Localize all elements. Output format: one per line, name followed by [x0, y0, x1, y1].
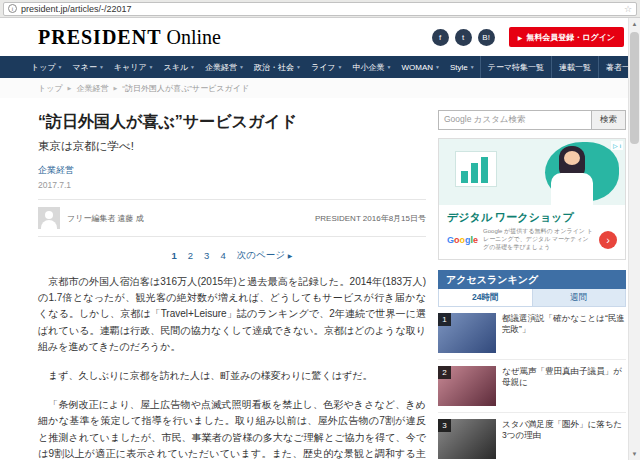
- article-category-link[interactable]: 企業経営: [38, 164, 426, 177]
- signup-login-label: 無料会員登録・ログイン: [526, 32, 615, 43]
- chevron-right-icon: ▶: [113, 85, 117, 91]
- ad-banner[interactable]: ▷ i デジタル ワークショップ Google Google が提供する無料の …: [438, 138, 626, 260]
- rank-badge: 3: [438, 419, 451, 432]
- article-source: PRESIDENT 2016年8月15日号: [315, 213, 426, 224]
- scrollbar-thumb[interactable]: [630, 32, 639, 144]
- nav-item-sme[interactable]: 中小企業▼: [347, 56, 396, 78]
- scroll-up-icon[interactable]: ▲: [629, 18, 640, 30]
- author-name[interactable]: 遠藤 成: [118, 213, 144, 224]
- url-text: president.jp/articles/-/22017: [21, 4, 132, 14]
- ranking-tabs: 24時間 週間: [438, 289, 626, 307]
- nav-label: マネー: [73, 62, 97, 73]
- chevron-right-icon: ▶: [288, 252, 293, 259]
- chevron-down-icon: ▼: [149, 64, 154, 70]
- nav-item-skill[interactable]: スキル▼: [159, 56, 201, 78]
- breadcrumb-item-category[interactable]: 企業経営: [76, 83, 108, 94]
- nav-label: 連載一覧: [559, 62, 591, 73]
- scrollbar[interactable]: ▲ ▼: [628, 18, 640, 460]
- hatena-icon[interactable]: B!: [478, 29, 495, 46]
- next-page-link[interactable]: 次のページ ▶: [237, 249, 293, 262]
- article-paragraph: 「条例改正により、屋上広告物や点滅式照明看板を禁止し、色彩やきさなど、きめ細かな…: [38, 397, 426, 460]
- ranking-item-3[interactable]: 3 スタバ満足度「圏外」に落ちた3つの理由: [438, 413, 626, 460]
- ad-body-text: Google が提供する無料の オンライン トレーニングで、デジタル マーケティ…: [483, 228, 594, 251]
- nav-label: Style: [450, 63, 468, 72]
- nav-item-woman[interactable]: WOMAN▼: [396, 56, 445, 78]
- nav-item-management[interactable]: 企業経営▼: [200, 56, 249, 78]
- search-input[interactable]: Google カスタム検索: [439, 111, 591, 129]
- nav-item-series-list[interactable]: 連載一覧: [551, 56, 598, 78]
- url-bar[interactable]: i president.jp/articles/-/22017 ☆: [3, 2, 637, 16]
- nav-item-money[interactable]: マネー▼: [68, 56, 109, 78]
- chevron-down-icon: ▼: [470, 64, 475, 70]
- article-body: 京都市の外国人宿泊客は316万人(2015年)と過去最高を記録した。2014年(…: [38, 274, 426, 460]
- page-number-3[interactable]: 3: [204, 250, 209, 261]
- nav-label: キャリア: [114, 62, 147, 73]
- nav-label: テーマ特集一覧: [488, 62, 544, 73]
- breadcrumb: トップ ▶ 企業経営 ▶ “訪日外国人が喜ぶ”サービスガイド: [0, 78, 640, 98]
- main-nav: トップ▼ マネー▼ キャリア▼ スキル▼ 企業経営▼ 政治・社会▼ ライフ▼ 中…: [0, 56, 640, 78]
- ranking-list: 1 都議選演説「確かなことは“民進完敗”」 2 なぜ罵声「豊田真由子議員」が母親…: [438, 307, 626, 460]
- search-button[interactable]: 検索: [591, 111, 625, 129]
- chevron-down-icon: ▼: [58, 64, 63, 70]
- nav-item-politics[interactable]: 政治・社会▼: [249, 56, 306, 78]
- breadcrumb-item-top[interactable]: トップ: [38, 83, 63, 94]
- ad-title[interactable]: デジタル ワークショップ: [439, 205, 625, 228]
- page-content: “訪日外国人が喜ぶ”サービスガイド 東京は京都に学べ! 企業経営 2017.7.…: [0, 98, 640, 460]
- page-number-4[interactable]: 4: [220, 250, 225, 261]
- scroll-down-icon[interactable]: ▼: [629, 448, 640, 460]
- ad-footer: Google Google が提供する無料の オンライン トレーニングで、デジタ…: [439, 228, 625, 251]
- chevron-down-icon: ▼: [99, 64, 104, 70]
- twitter-icon[interactable]: t: [455, 29, 472, 46]
- author-avatar: [38, 207, 60, 229]
- article-date: 2017.7.1: [38, 180, 426, 190]
- chevron-down-icon: ▼: [190, 64, 195, 70]
- nav-item-career[interactable]: キャリア▼: [109, 56, 159, 78]
- page-number-2[interactable]: 2: [188, 250, 193, 261]
- page-title: “訪日外国人が喜ぶ”サービスガイド: [38, 112, 426, 133]
- chevron-down-icon: ▼: [338, 64, 343, 70]
- custom-search-box: Google カスタム検索 検索: [438, 110, 626, 130]
- nav-item-life[interactable]: ライフ▼: [306, 56, 348, 78]
- adchoices-triangle-icon: ▷: [613, 142, 618, 149]
- chevron-down-icon: ▼: [239, 64, 244, 70]
- nav-right-group: テーマ特集一覧 連載一覧 著者一覧: [480, 56, 640, 78]
- facebook-icon[interactable]: f: [432, 29, 449, 46]
- nav-item-top[interactable]: トップ▼: [26, 56, 68, 78]
- ranking-header: アクセスランキング: [438, 270, 626, 289]
- sidebar: Google カスタム検索 検索 ▷ i デジタル ワークショップ Google: [438, 102, 626, 460]
- header-actions: f t B! ▶ 無料会員登録・ログイン: [432, 27, 624, 47]
- bookmark-star-icon[interactable]: ☆: [624, 4, 632, 14]
- nav-item-style[interactable]: Style▼: [445, 56, 480, 78]
- pagination: 1 2 3 4 次のページ ▶: [38, 249, 426, 262]
- browser-chrome: i president.jp/articles/-/22017 ☆: [0, 0, 640, 18]
- ranking-thumbnail: 3: [438, 419, 496, 459]
- signup-login-button[interactable]: ▶ 無料会員登録・ログイン: [509, 27, 624, 47]
- nav-label: トップ: [31, 62, 56, 73]
- ad-woman-body: [551, 173, 593, 205]
- chart-icon: [455, 151, 497, 187]
- nav-label: スキル: [164, 62, 189, 73]
- site-logo[interactable]: PRESIDENTOnline: [38, 26, 221, 49]
- breadcrumb-item-current: “訪日外国人が喜ぶ”サービスガイド: [122, 83, 249, 94]
- ranking-item-2[interactable]: 2 なぜ罵声「豊田真由子議員」が母親に: [438, 360, 626, 413]
- site-header: PRESIDENTOnline f t B! ▶ 無料会員登録・ログイン: [0, 18, 640, 56]
- adchoices-icon[interactable]: ▷ i: [611, 141, 623, 150]
- ad-cta-button[interactable]: ›: [599, 231, 617, 249]
- tab-weekly[interactable]: 週間: [532, 289, 626, 306]
- author-row: フリー編集者 遠藤 成 PRESIDENT 2016年8月15日号: [38, 199, 426, 237]
- ranking-item-1[interactable]: 1 都議選演説「確かなことは“民進完敗”」: [438, 307, 626, 360]
- chevron-down-icon: ▼: [296, 64, 301, 70]
- ranking-thumbnail: 2: [438, 366, 496, 406]
- next-page-label: 次のページ: [237, 249, 285, 262]
- tab-24hours[interactable]: 24時間: [439, 289, 532, 306]
- chevron-down-icon: ▼: [435, 64, 440, 70]
- nav-label: ライフ: [311, 62, 336, 73]
- ad-info-icon: i: [620, 143, 621, 149]
- ranking-thumbnail: 1: [438, 313, 496, 353]
- logo-president: PRESIDENT: [38, 26, 161, 48]
- page-number-1: 1: [172, 250, 177, 261]
- author-role: フリー編集者: [67, 213, 115, 224]
- info-icon[interactable]: i: [8, 4, 17, 13]
- nav-item-theme-list[interactable]: テーマ特集一覧: [480, 56, 551, 78]
- google-logo: Google: [447, 235, 478, 245]
